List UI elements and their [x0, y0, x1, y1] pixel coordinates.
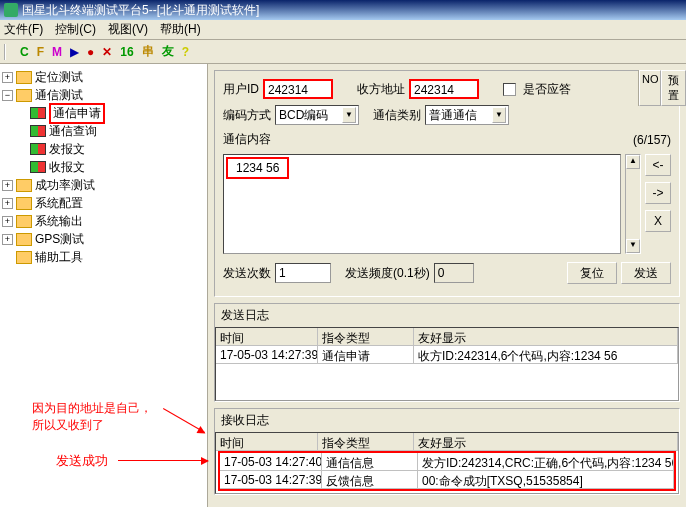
folder-icon [16, 233, 32, 246]
title-bar: 国星北斗终端测试平台5--[北斗通用测试软件] [0, 0, 686, 20]
folder-icon [16, 71, 32, 84]
back-button[interactable]: <- [645, 154, 671, 176]
send-freq-input[interactable]: 0 [434, 263, 474, 283]
reply-checkbox[interactable] [503, 83, 516, 96]
recv-log-title: 接收日志 [215, 409, 679, 432]
collapse-icon[interactable]: − [2, 90, 13, 101]
table-row[interactable]: 17-05-03 14:27:39 通信申请 收方ID:242314,6个代码,… [216, 346, 678, 364]
tree-gps[interactable]: GPS测试 [35, 231, 84, 248]
tool-num[interactable]: 16 [120, 45, 133, 59]
expand-icon[interactable]: + [2, 180, 13, 191]
col-disp[interactable]: 友好显示 [414, 328, 678, 346]
col-type[interactable]: 指令类型 [318, 328, 414, 346]
tool-f[interactable]: F [37, 45, 44, 59]
leaf-icon [30, 125, 46, 137]
side-col-no[interactable]: NO [639, 70, 661, 106]
char-counter: (6/157) [633, 133, 671, 147]
send-log-header: 时间 指令类型 友好显示 [216, 328, 678, 346]
tree-output[interactable]: 系统输出 [35, 213, 83, 230]
menu-bar: 文件(F) 控制(C) 视图(V) 帮助(H) [0, 20, 686, 40]
clear-button[interactable]: X [645, 210, 671, 232]
encode-label: 编码方式 [223, 107, 271, 124]
col-time[interactable]: 时间 [216, 328, 318, 346]
menu-file[interactable]: 文件(F) [4, 21, 43, 38]
send-freq-label: 发送频度(0.1秒) [345, 265, 430, 282]
tree-comm[interactable]: 通信测试 [35, 87, 83, 104]
content-textarea[interactable]: 1234 56 [223, 154, 621, 254]
send-count-label: 发送次数 [223, 265, 271, 282]
col-type[interactable]: 指令类型 [318, 433, 414, 451]
send-button[interactable]: 发送 [621, 262, 671, 284]
folder-icon [16, 215, 32, 228]
toolbar: C F M ▶ ● ✕ 16 串 友 ? [0, 40, 686, 64]
recv-addr-input[interactable]: 242314 [409, 79, 479, 99]
tree-tools[interactable]: 辅助工具 [35, 249, 83, 266]
tool-record-icon[interactable]: ● [87, 45, 94, 59]
leaf-icon [30, 143, 46, 155]
menu-view[interactable]: 视图(V) [108, 21, 148, 38]
tool-friend[interactable]: 友 [162, 43, 174, 60]
forward-button[interactable]: -> [645, 182, 671, 204]
comm-type-select[interactable]: 普通通信▼ [425, 105, 509, 125]
chevron-down-icon[interactable]: ▼ [342, 107, 356, 123]
recv-log-panel: 接收日志 时间 指令类型 友好显示 17-05-03 14:27:40 通信信息… [214, 408, 680, 495]
user-id-input[interactable]: 242314 [263, 79, 333, 99]
folder-icon [16, 179, 32, 192]
encode-select[interactable]: BCD编码▼ [275, 105, 359, 125]
col-time[interactable]: 时间 [216, 433, 318, 451]
scroll-up-icon[interactable]: ▲ [626, 155, 640, 169]
expand-icon[interactable]: + [2, 234, 13, 245]
tool-serial[interactable]: 串 [142, 43, 154, 60]
col-disp[interactable]: 友好显示 [414, 433, 678, 451]
folder-icon [16, 89, 32, 102]
annotation-success: 发送成功 [56, 452, 108, 470]
arrow-icon [118, 460, 208, 461]
expand-icon[interactable]: + [2, 72, 13, 83]
side-grid: NO 预置 [638, 70, 686, 106]
scroll-down-icon[interactable]: ▼ [626, 239, 640, 253]
send-log-panel: 发送日志 时间 指令类型 友好显示 17-05-03 14:27:39 通信申请… [214, 303, 680, 402]
form-panel: 用户ID 242314 收方地址 242314 是否应答 编码方式 BCD编码▼… [214, 70, 680, 297]
folder-icon [16, 197, 32, 210]
expand-icon[interactable]: + [2, 198, 13, 209]
table-row[interactable]: 17-05-03 14:27:39 反馈信息 00:命令成功[TXSQ,5153… [220, 471, 674, 489]
tree-panel: +定位测试 −通信测试 通信申请 通信查询 发报文 收报文 +成功率测试 +系统… [0, 64, 208, 507]
tree-rate[interactable]: 成功率测试 [35, 177, 95, 194]
send-log-title: 发送日志 [215, 304, 679, 327]
expand-icon[interactable]: + [2, 216, 13, 227]
user-id-label: 用户ID [223, 81, 259, 98]
tree-config[interactable]: 系统配置 [35, 195, 83, 212]
tree-recv-msg[interactable]: 收报文 [49, 159, 85, 176]
recv-log-header: 时间 指令类型 友好显示 [216, 433, 678, 451]
leaf-icon [30, 107, 46, 119]
folder-icon [16, 251, 32, 264]
comm-type-label: 通信类别 [373, 107, 421, 124]
reply-label: 是否应答 [523, 81, 571, 98]
tool-help-icon[interactable]: ? [182, 45, 189, 59]
scrollbar[interactable]: ▲ ▼ [625, 154, 641, 254]
leaf-icon [30, 161, 46, 173]
content-label: 通信内容 [223, 131, 271, 148]
menu-control[interactable]: 控制(C) [55, 21, 96, 38]
annotation-recv: 因为目的地址是自己，所以又收到了 [32, 400, 152, 434]
tool-m[interactable]: M [52, 45, 62, 59]
tool-play-icon[interactable]: ▶ [70, 45, 79, 59]
menu-help[interactable]: 帮助(H) [160, 21, 201, 38]
table-row[interactable]: 17-05-03 14:27:40 通信信息 发方ID:242314,CRC:正… [220, 453, 674, 471]
recv-addr-label: 收方地址 [357, 81, 405, 98]
tool-delete-icon[interactable]: ✕ [102, 45, 112, 59]
send-count-input[interactable]: 1 [275, 263, 331, 283]
tool-c[interactable]: C [20, 45, 29, 59]
window-title: 国星北斗终端测试平台5--[北斗通用测试软件] [22, 2, 259, 19]
tree-comm-query[interactable]: 通信查询 [49, 123, 97, 140]
tree-locate[interactable]: 定位测试 [35, 69, 83, 86]
reset-button[interactable]: 复位 [567, 262, 617, 284]
content-text: 1234 56 [226, 157, 289, 179]
side-col-prev[interactable]: 预置 [661, 70, 686, 106]
chevron-down-icon[interactable]: ▼ [492, 107, 506, 123]
tree-send-msg[interactable]: 发报文 [49, 141, 85, 158]
app-icon [4, 3, 18, 17]
tree-comm-apply[interactable]: 通信申请 [49, 103, 105, 124]
